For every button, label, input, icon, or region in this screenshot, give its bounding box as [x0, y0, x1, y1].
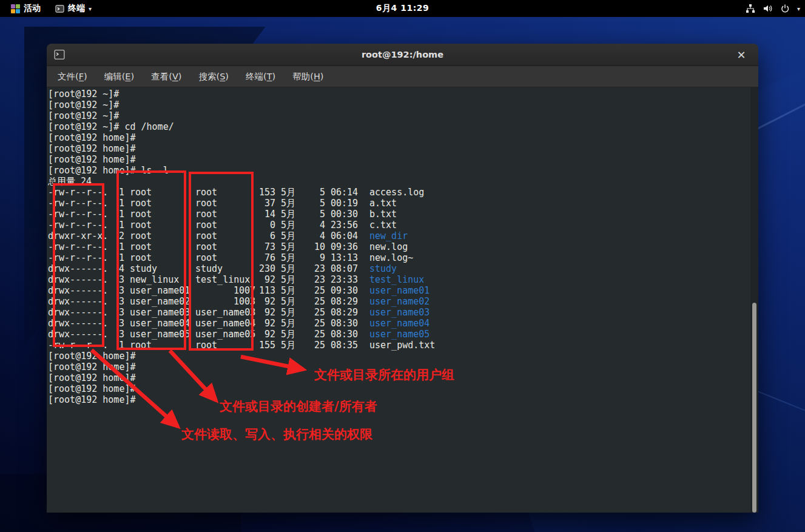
ls-col-size: 76: [255, 252, 275, 263]
ls-col-size: 230: [255, 263, 275, 274]
activities-button[interactable]: 活动: [6, 0, 45, 17]
menu-F[interactable]: 文件(F): [50, 69, 95, 85]
ls-col-day: 25: [297, 307, 325, 318]
ls-col-month: 5月: [281, 318, 297, 329]
close-button[interactable]: ✕: [733, 46, 750, 63]
ls-row: -rw-r--r--.1rootroot735月1009:36new.log: [48, 241, 758, 252]
ls-col-group: user_name05: [195, 329, 255, 340]
ls-col-group: root: [195, 220, 255, 231]
ls-col-size: 92: [255, 318, 275, 329]
ls-col-group: root: [195, 198, 255, 209]
ls-col-day: 25: [297, 285, 325, 296]
ls-col-group: test_linux: [195, 274, 255, 285]
terminal-window: root@192:/home ✕ 文件(F)编辑(E)查看(V)搜索(S)终端(…: [47, 44, 758, 513]
ls-col-owner: root: [130, 209, 195, 220]
scrollbar-thumb[interactable]: [752, 303, 756, 513]
ls-col-time: 08:30: [331, 318, 359, 329]
ls-col-size: 92: [255, 274, 275, 285]
ls-col-group: root: [195, 231, 255, 241]
ls-col-size: 153: [255, 187, 275, 198]
ls-col-perms: -rw-r--r--.: [48, 209, 113, 220]
ls-col-owner: user_name01: [130, 285, 195, 296]
ls-col-day: 4: [297, 231, 325, 241]
ls-col-owner: root: [130, 187, 195, 198]
ls-col-day: 25: [297, 296, 325, 307]
ls-col-perms: -rw-r--r--.: [48, 187, 113, 198]
ls-col-links: 3: [113, 296, 124, 307]
menu-V[interactable]: 查看(V): [144, 69, 189, 85]
ls-row: -rw-r--r--.1rootroot145月500:30b.txt: [48, 209, 758, 220]
ls-col-month: 5月: [281, 220, 297, 231]
window-titlebar[interactable]: root@192:/home ✕: [47, 44, 758, 66]
network-icon[interactable]: [746, 4, 755, 13]
menu-S[interactable]: 搜索(S): [191, 69, 236, 85]
terminal-window-icon: [54, 49, 65, 60]
ls-col-time: 08:07: [331, 263, 359, 274]
menu-E[interactable]: 编辑(E): [97, 69, 142, 85]
ls-col-group: user_name04: [195, 318, 255, 329]
ls-col-links: 1: [113, 209, 124, 220]
terminal-line: [root@192 home]# ls -l: [48, 165, 758, 176]
ls-col-day: 25: [297, 340, 325, 351]
ls-col-links: 1: [113, 187, 124, 198]
terminal-icon: [55, 4, 64, 13]
ls-col-month: 5月: [281, 231, 297, 241]
ls-col-perms: -rw-r--r--.: [48, 241, 113, 252]
ls-col-day: 25: [297, 329, 325, 340]
ls-col-name: user_pwd.txt: [369, 340, 435, 351]
ls-col-day: 5: [297, 198, 325, 209]
terminal-screen[interactable]: [root@192 ~]# [root@192 ~]# [root@192 ~]…: [47, 87, 758, 513]
ls-col-perms: drwx------.: [48, 318, 113, 329]
ls-col-perms: -rw-r--r--.: [48, 220, 113, 231]
ls-col-name: user_name01: [369, 285, 429, 296]
terminal-line: 总用量 24: [48, 176, 758, 187]
terminal-line: [root@192 ~]#: [48, 99, 758, 110]
ls-col-links: 1: [113, 241, 124, 252]
ls-col-name: user_name05: [369, 329, 429, 340]
ls-col-size: 37: [255, 198, 275, 209]
ls-col-links: 3: [113, 285, 124, 296]
gnome-top-bar: 活动 终端 ▾ 6月4 11:29: [0, 0, 805, 17]
ls-row: -rw-r--r--.1rootroot05月423:56c.txt: [48, 220, 758, 231]
menu-bar: 文件(F)编辑(E)查看(V)搜索(S)终端(T)帮助(H): [47, 66, 758, 87]
ls-col-size: 92: [255, 307, 275, 318]
ls-row: -rw-r--r--.1rootroot765月913:13new.log~: [48, 252, 758, 263]
ls-col-month: 5月: [281, 329, 297, 340]
clock[interactable]: 6月4 11:29: [376, 0, 429, 17]
terminal-line: [root@192 ~]#: [48, 89, 758, 99]
ls-col-perms: drwx------.: [48, 307, 113, 318]
ls-col-time: 08:29: [331, 296, 359, 307]
ls-col-time: 06:14: [331, 187, 359, 198]
ls-col-owner: root: [130, 220, 195, 231]
ls-col-name: new.log~: [369, 252, 413, 263]
scrollbar-track[interactable]: [750, 87, 758, 513]
ls-col-group: study: [195, 263, 255, 274]
ls-col-name: study: [369, 263, 397, 274]
system-menu-chevron-icon[interactable]: ▾: [797, 5, 800, 12]
ls-col-time: 08:29: [331, 307, 359, 318]
volume-icon[interactable]: [763, 4, 773, 13]
ls-col-size: 0: [255, 220, 275, 231]
ls-col-time: 23:56: [331, 220, 359, 231]
ls-col-time: 00:19: [331, 198, 359, 209]
app-menu-terminal[interactable]: 终端 ▾: [50, 0, 96, 17]
ls-row: drwx------.4studystudy2305月2308:07study: [48, 263, 758, 274]
ls-col-group: root: [195, 209, 255, 220]
ls-col-day: 25: [297, 318, 325, 329]
ls-col-links: 3: [113, 307, 124, 318]
ls-col-perms: drwxr-xr-x.: [48, 231, 113, 241]
ls-col-owner: user_name04: [130, 318, 195, 329]
menu-H[interactable]: 帮助(H): [285, 69, 331, 85]
ls-col-name: user_name02: [369, 296, 429, 307]
ls-col-time: 08:30: [331, 329, 359, 340]
ls-row: drwx------.3user_name05user_name05925月25…: [48, 329, 758, 340]
menu-T[interactable]: 终端(T): [238, 69, 283, 85]
ls-col-links: 3: [113, 318, 124, 329]
power-icon[interactable]: [780, 4, 790, 13]
ls-col-name: b.txt: [369, 209, 397, 220]
ls-col-owner: root: [130, 252, 195, 263]
ls-col-size: 92: [255, 296, 275, 307]
ls-col-owner: root: [130, 198, 195, 209]
chevron-down-icon: ▾: [89, 5, 92, 12]
ls-col-name: c.txt: [369, 220, 397, 231]
